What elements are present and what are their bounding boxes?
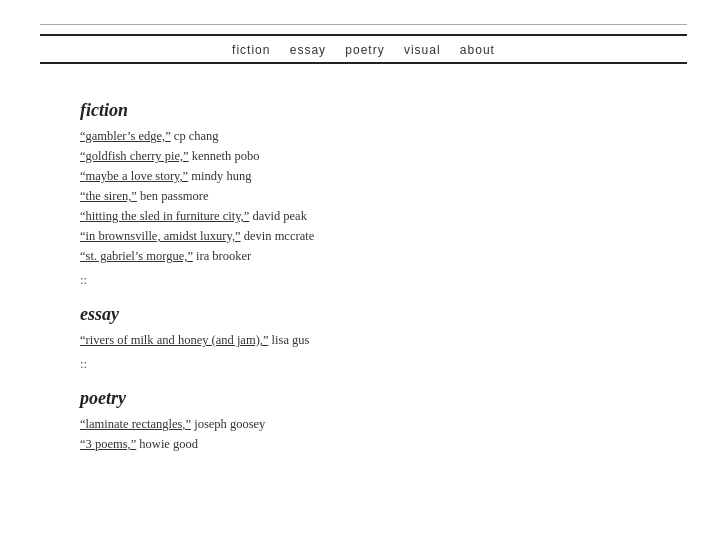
list-item: “goldfish cherry pie,” kenneth pobo (80, 149, 647, 164)
entry-link[interactable]: “3 poems,” (80, 437, 136, 451)
entry-link[interactable]: “laminate rectangles,” (80, 417, 191, 431)
nav-essay[interactable]: essay (290, 43, 326, 57)
list-item: “maybe a love story,” mindy hung (80, 169, 647, 184)
section-heading-fiction: fiction (80, 100, 647, 121)
list-item: “laminate rectangles,” joseph goosey (80, 417, 647, 432)
section-separator: :: (80, 272, 647, 288)
section-heading-poetry: poetry (80, 388, 647, 409)
entry-author: mindy hung (188, 169, 251, 183)
entry-link[interactable]: “hitting the sled in furniture city,” (80, 209, 249, 223)
tagline (0, 25, 727, 34)
list-item: “in brownsville, amidst luxury,” devin m… (80, 229, 647, 244)
entry-link[interactable]: “gambler’s edge,” (80, 129, 171, 143)
list-item: “the siren,” ben passmore (80, 189, 647, 204)
entry-author: ben passmore (137, 189, 209, 203)
entry-link[interactable]: “st. gabriel’s morgue,” (80, 249, 193, 263)
main-content: fiction“gambler’s edge,” cp chang“goldfi… (0, 64, 727, 477)
entry-link[interactable]: “goldfish cherry pie,” (80, 149, 189, 163)
list-item: “gambler’s edge,” cp chang (80, 129, 647, 144)
list-item: “hitting the sled in furniture city,” da… (80, 209, 647, 224)
list-item: “rivers of milk and honey (and jam),” li… (80, 333, 647, 348)
entry-author: joseph goosey (191, 417, 265, 431)
nav-visual[interactable]: visual (404, 43, 441, 57)
nav-poetry[interactable]: poetry (345, 43, 384, 57)
entry-link[interactable]: “the siren,” (80, 189, 137, 203)
entry-author: cp chang (171, 129, 219, 143)
entry-author: devin mccrate (241, 229, 315, 243)
nav-fiction[interactable]: fiction (232, 43, 270, 57)
entry-link[interactable]: “rivers of milk and honey (and jam),” (80, 333, 268, 347)
main-nav: fiction essay poetry visual about (0, 36, 727, 62)
entry-author: david peak (249, 209, 307, 223)
entry-author: lisa gus (268, 333, 309, 347)
list-item: “st. gabriel’s morgue,” ira brooker (80, 249, 647, 264)
entry-author: howie good (136, 437, 198, 451)
list-item: “3 poems,” howie good (80, 437, 647, 452)
site-header: fiction essay poetry visual about (0, 0, 727, 64)
entry-author: kenneth pobo (189, 149, 260, 163)
nav-about[interactable]: about (460, 43, 495, 57)
section-heading-essay: essay (80, 304, 647, 325)
entry-link[interactable]: “in brownsville, amidst luxury,” (80, 229, 241, 243)
entry-author: ira brooker (193, 249, 251, 263)
entry-link[interactable]: “maybe a love story,” (80, 169, 188, 183)
section-separator: :: (80, 356, 647, 372)
